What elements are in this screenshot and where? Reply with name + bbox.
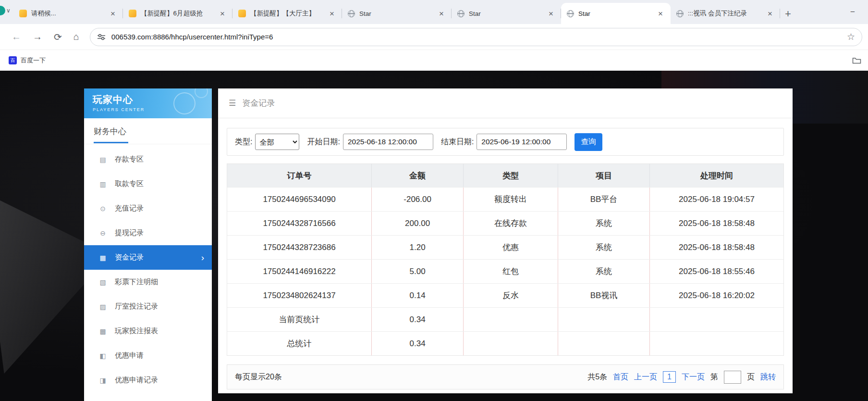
tab-title: :::视讯 会员下注纪录 [688, 9, 761, 18]
table-row: 1750244696534090-206.00额度转出BB平台2025-06-1… [227, 187, 783, 211]
jump-page-input[interactable] [724, 371, 741, 384]
sidebar-item-deposit-zone[interactable]: ▤ 存款专区 › [84, 147, 212, 172]
page-word-di: 第 [710, 372, 718, 382]
sidebar-item-hall-bet-records[interactable]: ▨ 厅室投注记录 › [84, 294, 212, 319]
table-cell: 200.00 [372, 212, 464, 235]
sidebar-section-personal: 个人中心 [84, 392, 212, 401]
tab-close-icon[interactable]: × [656, 9, 665, 18]
current-page[interactable]: 1 [663, 371, 676, 383]
prev-page-link[interactable]: 上一页 [634, 372, 657, 382]
bookmark-star-icon[interactable]: ☆ [847, 31, 855, 42]
table-cell: BB视讯 [558, 284, 650, 307]
players-center-header: 玩家中心 PLAYERS CENTER [84, 88, 212, 118]
table-cell [558, 332, 650, 355]
globe-favicon-icon [457, 10, 465, 17]
sidebar-item-funds-records[interactable]: ▦ 资金记录 › [84, 245, 212, 270]
folder-icon[interactable] [852, 57, 863, 64]
sidebar-item-withdraw-zone[interactable]: ▥ 取款专区 › [84, 172, 212, 196]
tab-title: 【新提醒】6月超级抢 [141, 9, 214, 18]
refresh-icon[interactable]: ⟳ [48, 31, 68, 43]
table-cell: 在线存款 [464, 212, 558, 235]
chat-favicon-icon [129, 10, 136, 17]
menu-toggle-icon[interactable]: ☰ [229, 98, 236, 108]
next-page-link[interactable]: 下一页 [682, 372, 705, 382]
end-date-input[interactable] [477, 134, 567, 150]
browser-tab[interactable]: Star × [452, 3, 561, 24]
tab-close-icon[interactable]: × [328, 9, 336, 18]
cashout-icon: ⊖ [98, 229, 107, 237]
tab-bar: ∨ 请稍候... × 【新提醒】6月超级抢 × 【新提醒】【大厅主】 × Sta… [0, 0, 868, 24]
new-tab-button[interactable]: + [785, 9, 791, 19]
table-cell: 1750244328716566 [227, 212, 372, 235]
table-cell: 0.34 [372, 332, 464, 355]
home-icon[interactable]: ⌂ [68, 31, 85, 42]
bookmark-label: 百度一下 [21, 56, 46, 65]
browser-tab[interactable]: 请稍候... × [13, 3, 123, 24]
browser-tab[interactable]: 【新提醒】6月超级抢 × [123, 3, 232, 24]
tab-close-icon[interactable]: × [109, 9, 117, 18]
table-cell: 2025-06-18 16:20:02 [650, 284, 783, 307]
sidebar-item-promo-apply-records[interactable]: ◨ 优惠申请记录 › [84, 368, 212, 392]
sidebar-item-lottery-bet-details[interactable]: ▧ 彩票下注明细 › [84, 270, 212, 294]
tab-close-icon[interactable]: × [218, 9, 227, 18]
start-date-input[interactable] [343, 134, 433, 150]
minimize-button[interactable]: – [851, 7, 855, 15]
tab-close-icon[interactable]: × [437, 9, 446, 18]
table-cell [464, 308, 558, 331]
table-cell: 反水 [464, 284, 558, 307]
list-icon: ▨ [98, 303, 107, 311]
gift-icon: ◧ [98, 352, 107, 360]
tab-title: Star [578, 10, 652, 17]
wallet-icon: ▦ [98, 254, 107, 262]
records-icon: ◨ [98, 376, 107, 384]
header-cell: 项目 [558, 164, 650, 187]
sidebar-item-label: 优惠申请记录 [115, 376, 158, 385]
type-select[interactable]: 全部 [255, 134, 299, 150]
table-cell: 1750244328723686 [227, 236, 372, 259]
workspace-indicator[interactable] [0, 6, 5, 15]
search-button[interactable]: 查询 [575, 133, 602, 151]
table-cell: BB平台 [558, 188, 650, 211]
chat-favicon-icon [19, 10, 27, 17]
bookmark-baidu[interactable]: 百 百度一下 [5, 54, 49, 67]
browser-tab[interactable]: 【新提醒】【大厅主】 × [232, 3, 342, 24]
table-row: 17502443287236861.20优惠系统2025-06-18 18:58… [227, 235, 783, 259]
back-icon[interactable]: ← [6, 31, 27, 42]
table-header-row: 订单号金额类型项目处理时间 [227, 164, 783, 187]
sidebar-item-player-bet-report[interactable]: ▩ 玩家投注报表 › [84, 319, 212, 343]
sidebar-item-recharge-records[interactable]: ⊙ 充值记录 › [84, 196, 212, 221]
table-cell: 1750244696534090 [227, 188, 372, 211]
tab-close-icon[interactable]: × [766, 9, 774, 18]
sidebar-item-label: 取款专区 [115, 179, 144, 188]
tab-search-chevron-icon[interactable]: ∨ [6, 7, 11, 14]
filter-bar: 类型: 全部 开始日期: 结束日期: 查询 [227, 128, 784, 156]
header-cell: 订单号 [227, 164, 372, 187]
sidebar-item-label: 充值记录 [115, 204, 144, 213]
tab-title: 请稍候... [31, 9, 104, 18]
page-title: 资金记录 [242, 98, 275, 109]
url-field[interactable]: 006539.com:8886/hhcp/usercenter.html?ini… [90, 28, 862, 46]
bookmarks-bar: 百 百度一下 [0, 50, 868, 71]
browser-tab[interactable]: :::视讯 会员下注纪录 × [671, 3, 780, 24]
type-label: 类型: [235, 137, 252, 147]
table-cell: 1750234802624137 [227, 284, 372, 307]
first-page-link[interactable]: 首页 [613, 372, 628, 382]
sidebar-item-label: 厅室投注记录 [115, 302, 158, 311]
sidebar-section-finance: 财务中心 [84, 118, 212, 144]
sidebar-menu: ▤ 存款专区 › ▥ 取款专区 › ⊙ 充值记录 › ⊖ 提现记录 › ▦ 资金… [84, 144, 212, 392]
table-cell: 2025-06-18 19:04:57 [650, 188, 783, 211]
sidebar-item-withdraw-records[interactable]: ⊖ 提现记录 › [84, 221, 212, 245]
browser-tab[interactable]: Star × [561, 3, 671, 24]
start-date-label: 开始日期: [307, 137, 340, 147]
sidebar-item-promo-apply[interactable]: ◧ 优惠申请 › [84, 343, 212, 368]
table-cell: 2025-06-18 18:58:48 [650, 236, 783, 259]
chevron-right-icon: › [201, 253, 204, 262]
browser-tab[interactable]: Star × [342, 3, 452, 24]
url-text: 006539.com:8886/hhcp/usercenter.html?ini… [111, 33, 847, 41]
sidebar-item-label: 资金记录 [115, 253, 144, 262]
site-info-icon[interactable] [97, 33, 106, 41]
jump-link[interactable]: 跳转 [760, 372, 776, 382]
tab-close-icon[interactable]: × [547, 9, 555, 18]
forward-icon[interactable]: → [27, 31, 48, 42]
banknote-icon: ▥ [98, 180, 107, 188]
